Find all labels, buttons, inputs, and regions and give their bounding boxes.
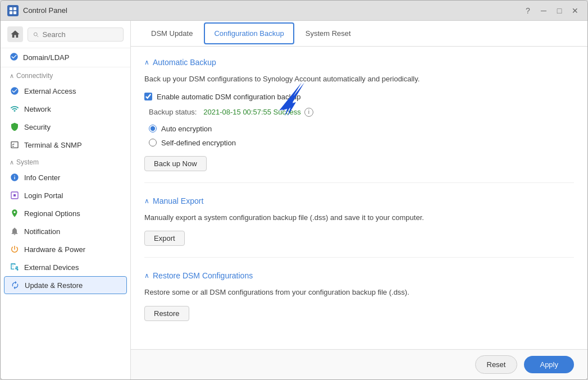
sidebar-item-info-center[interactable]: Info Center [1,168,130,186]
manual-export-desc: Manually export a system configuration b… [144,212,574,223]
window-title: Control Panel [23,6,522,15]
main-content-area: Domain/LDAP Connectivity External Access… [1,21,587,379]
tab-bar: DSM Update Configuration Backup System R… [131,21,587,47]
restore-dsm-desc: Restore some or all DSM configurations f… [144,287,574,298]
auto-encryption-label: Auto encryption [161,125,212,133]
app-icon [7,5,19,16]
backup-status-value: 2021-08-15 00:57:55 Success [203,108,300,116]
svg-rect-3 [13,11,16,13]
sidebar-item-domain-ldap[interactable]: Domain/LDAP [1,48,130,67]
backup-now-button[interactable]: Back up Now [144,156,207,171]
automatic-backup-section: Automatic Backup Back up your DSM config… [144,58,574,183]
sidebar: Domain/LDAP Connectivity External Access… [1,21,131,379]
sidebar-item-security[interactable]: Security [1,118,130,136]
automatic-backup-title[interactable]: Automatic Backup [144,58,574,67]
regional-options-label: Regional Options [24,209,80,218]
self-defined-encryption-row: Self-defined encryption [149,139,574,147]
section-connectivity: Connectivity [1,67,130,82]
home-button[interactable] [7,26,23,42]
auto-encryption-row: Auto encryption [149,125,574,133]
self-defined-encryption-label: Self-defined encryption [161,139,236,147]
sidebar-item-terminal-snmp[interactable]: Terminal & SNMP [1,136,130,154]
search-input[interactable] [43,30,118,39]
enable-backup-checkbox[interactable] [144,93,152,100]
sidebar-item-login-portal[interactable]: Login Portal [1,186,130,204]
minimize-button[interactable]: ─ [538,5,549,16]
sidebar-item-notification[interactable]: Notification [1,222,130,240]
login-portal-label: Login Portal [24,191,63,200]
sidebar-item-external-devices[interactable]: External Devices [1,258,130,276]
window-controls: ? ─ □ ✕ [522,5,581,16]
enable-backup-checkbox-row: Enable automatic DSM configuration backu… [144,93,574,101]
svg-rect-1 [13,7,16,10]
external-devices-label: External Devices [24,263,79,272]
notification-icon [10,226,20,236]
sidebar-item-external-access[interactable]: External Access [1,82,130,100]
close-button[interactable]: ✕ [569,5,581,16]
sidebar-item-hardware-power[interactable]: Hardware & Power [1,240,130,258]
sidebar-item-regional-options[interactable]: Regional Options [1,204,130,222]
security-label: Security [24,123,51,131]
auto-encryption-radio[interactable] [149,125,157,132]
external-access-icon [10,86,20,96]
titlebar: Control Panel ? ─ □ ✕ [1,1,587,21]
self-defined-encryption-radio[interactable] [149,139,157,146]
system-header[interactable]: System [10,158,121,166]
restore-dsm-section: Restore DSM Configurations Restore some … [144,271,574,332]
maximize-button[interactable]: □ [554,5,565,16]
svg-rect-0 [10,7,12,10]
backup-status-label: Backup status: [149,108,197,116]
regional-options-icon [10,208,20,218]
help-button[interactable]: ? [522,5,534,16]
tab-system-reset[interactable]: System Reset [297,24,360,43]
connectivity-header[interactable]: Connectivity [10,72,121,80]
footer: Reset Apply [131,349,587,379]
restore-button[interactable]: Restore [144,306,189,321]
update-restore-label: Update & Restore [25,281,83,290]
login-portal-icon [10,190,20,200]
backup-status-row: Backup status: 2021-08-15 00:57:55 Succe… [144,108,574,117]
notification-label: Notification [24,227,60,236]
domain-icon [10,52,19,63]
reset-button[interactable]: Reset [475,355,518,374]
network-label: Network [24,105,51,113]
search-box [28,28,124,42]
network-icon [10,104,20,114]
sidebar-home [1,21,130,48]
automatic-backup-desc: Back up your DSM configurations to Synol… [144,74,574,85]
control-panel-window: Control Panel ? ─ □ ✕ [0,0,588,380]
terminal-icon [10,140,20,150]
terminal-snmp-label: Terminal & SNMP [24,141,82,149]
hardware-power-label: Hardware & Power [24,245,85,254]
domain-ldap-label: Domain/LDAP [23,53,69,62]
external-devices-icon [10,262,20,272]
export-button[interactable]: Export [144,231,185,246]
search-icon [33,31,39,38]
external-access-label: External Access [24,87,76,95]
sidebar-item-update-restore[interactable]: Update & Restore [4,276,127,294]
security-icon [10,122,20,132]
backup-status-info-icon[interactable]: i [304,108,313,117]
main-panel: DSM Update Configuration Backup System R… [131,21,587,379]
tab-config-backup[interactable]: Configuration Backup [204,22,294,44]
restore-dsm-title[interactable]: Restore DSM Configurations [144,271,574,280]
apply-button[interactable]: Apply [524,356,574,373]
tab-dsm-update[interactable]: DSM Update [142,24,202,43]
svg-rect-2 [10,11,12,13]
update-restore-icon [10,280,20,290]
manual-export-title[interactable]: Manual Export [144,196,574,205]
tab-content: Automatic Backup Back up your DSM config… [131,47,587,349]
section-system: System [1,154,130,168]
info-center-icon [10,172,20,182]
encryption-radio-group: Auto encryption Self-defined encryption [144,125,574,147]
sidebar-item-network[interactable]: Network [1,100,130,118]
manual-export-section: Manual Export Manually export a system c… [144,196,574,258]
enable-backup-label: Enable automatic DSM configuration backu… [157,93,301,101]
hardware-power-icon [10,244,20,254]
info-center-label: Info Center [24,173,60,182]
